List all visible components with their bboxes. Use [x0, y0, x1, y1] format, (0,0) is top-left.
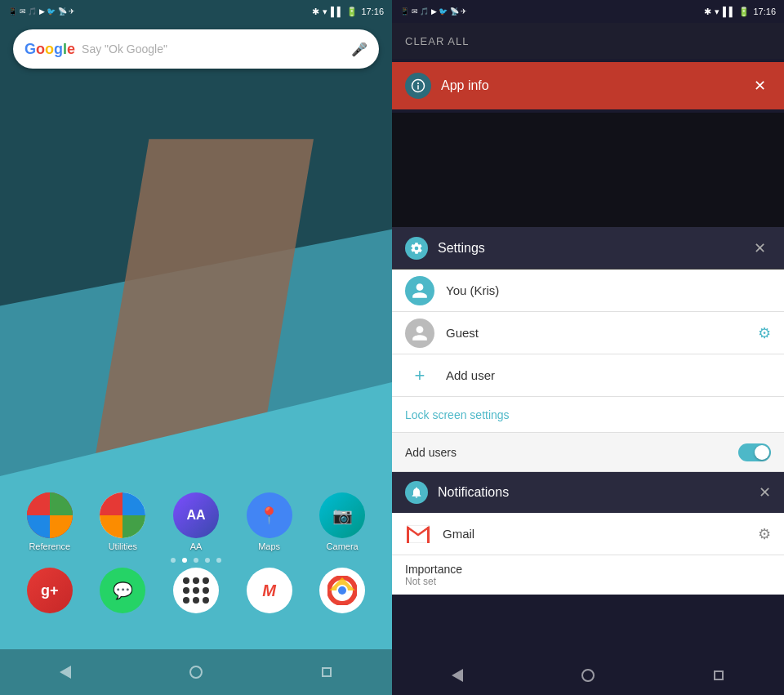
- avatar-guest: [405, 319, 434, 348]
- chrome-icon-bg: [319, 568, 365, 613]
- guest-gear-icon[interactable]: ⚙: [758, 324, 771, 342]
- user-kris-name: You (Kris): [446, 283, 771, 297]
- signal-icon-right: ▌▌: [723, 7, 736, 16]
- settings-card: Settings ✕ You (Kris) Guest ⚙ +: [392, 227, 784, 472]
- app-gmail[interactable]: M: [242, 568, 297, 613]
- status-bar-right: 📱 ✉ 🎵 ▶ 🐦 📡 ✈ ✱ ▾ ▌▌ 🔋 17:16: [392, 0, 784, 23]
- add-user-plus-icon: +: [405, 361, 434, 390]
- app-info-card[interactable]: App info ✕: [392, 62, 784, 109]
- bluetooth-icon-right: ✱: [704, 7, 711, 17]
- settings-close-button[interactable]: ✕: [748, 237, 771, 260]
- allapps-icon-bg: [173, 568, 219, 613]
- importance-row: Importance Not set: [392, 555, 784, 595]
- clear-all-label: CLEAR ALL: [405, 35, 469, 47]
- app-maps[interactable]: 📍 Maps: [242, 492, 297, 551]
- add-users-toggle[interactable]: [738, 443, 771, 461]
- app-info-app-icon: [405, 73, 431, 99]
- google-search-bar[interactable]: Google Say "Ok Google" 🎤: [13, 29, 379, 69]
- app-aa-label: AA: [190, 541, 203, 551]
- notifications-app-icon: [405, 481, 428, 504]
- app-dock: Reference Utilities AA AA 📍: [0, 484, 392, 621]
- app-camera[interactable]: 📷 Camera: [314, 492, 370, 551]
- dot-1: [171, 558, 176, 563]
- app-maps-icon: 📍: [247, 492, 292, 538]
- gmail-settings-icon[interactable]: ⚙: [758, 525, 771, 543]
- clear-all-bar[interactable]: CLEAR ALL: [392, 23, 784, 59]
- recent-button-right[interactable]: [702, 659, 735, 692]
- notifications-label: Notifications: [438, 485, 759, 500]
- app-reference-label: Reference: [29, 541, 70, 551]
- reference-icon-bg: [27, 492, 73, 538]
- app-aa[interactable]: AA AA: [168, 492, 224, 551]
- camera-icon-bg: 📷: [319, 492, 365, 538]
- gmail-icon-bg: M: [247, 568, 292, 613]
- app-gmail-icon: M: [247, 568, 292, 613]
- bottom-nav-left: [0, 649, 392, 695]
- app-whatsapp-icon: 💬: [100, 568, 145, 613]
- app-reference[interactable]: Reference: [22, 492, 78, 551]
- back-button-left[interactable]: [49, 656, 82, 688]
- app-reference-icon: [27, 492, 73, 538]
- add-user-row[interactable]: + Add user: [392, 354, 784, 397]
- svg-point-4: [417, 82, 419, 84]
- app-gplus[interactable]: g+: [22, 568, 78, 613]
- home-icon-right: [581, 669, 595, 682]
- utilities-icon-bg: [100, 492, 145, 538]
- importance-title: Importance: [405, 563, 462, 576]
- dark-space: [392, 113, 784, 227]
- microphone-icon[interactable]: 🎤: [351, 41, 368, 57]
- user-row-kris[interactable]: You (Kris): [392, 270, 784, 312]
- home-button-right[interactable]: [572, 659, 604, 692]
- right-screen: 📱 ✉ 🎵 ▶ 🐦 📡 ✈ ✱ ▾ ▌▌ 🔋 17:16 CLEAR ALL A…: [392, 0, 784, 695]
- wifi-icon: ▾: [323, 7, 327, 17]
- home-button-left[interactable]: [180, 656, 212, 688]
- signal-icon: ▌▌: [331, 7, 344, 16]
- back-icon-right: [452, 669, 463, 682]
- app-camera-icon: 📷: [319, 492, 365, 538]
- app-camera-label: Camera: [327, 541, 359, 551]
- settings-header[interactable]: Settings ✕: [392, 227, 784, 270]
- importance-value: Not set: [405, 576, 462, 587]
- app-chrome-icon: [319, 568, 365, 613]
- notifications-header[interactable]: Notifications ✕: [392, 472, 784, 513]
- left-screen: 📱 ✉ 🎵 ▶ 🐦 📡 ✈ ✱ ▾ ▌▌ 🔋 17:16 Google Say …: [0, 0, 392, 695]
- lock-screen-link: Lock screen settings: [405, 408, 510, 421]
- bottom-nav-right: [392, 656, 784, 695]
- toggle-thumb: [755, 445, 769, 460]
- user-row-guest[interactable]: Guest ⚙: [392, 312, 784, 354]
- google-logo: Google: [24, 41, 75, 58]
- app-utilities[interactable]: Utilities: [95, 492, 150, 551]
- settings-label: Settings: [438, 241, 748, 256]
- time-left: 17:16: [361, 7, 384, 16]
- app-utilities-label: Utilities: [109, 541, 137, 551]
- status-bar: 📱 ✉ 🎵 ▶ 🐦 📡 ✈ ✱ ▾ ▌▌ 🔋 17:16: [0, 0, 392, 23]
- avatar-kris: [405, 276, 434, 305]
- battery-icon-right: 🔋: [738, 7, 750, 17]
- status-bar-right: ✱ ▾ ▌▌ 🔋 17:16: [312, 7, 384, 17]
- app-aa-icon: AA: [173, 492, 219, 538]
- time-right: 17:16: [753, 7, 776, 16]
- app-info-label: App info: [441, 78, 748, 93]
- notifications-close-button[interactable]: ✕: [759, 483, 771, 501]
- app-whatsapp[interactable]: 💬: [95, 568, 150, 613]
- recent-icon-right: [714, 670, 724, 680]
- page-dots: [13, 558, 379, 563]
- gmail-notification-row[interactable]: Gmail ⚙: [392, 513, 784, 555]
- app-all-apps[interactable]: [168, 568, 224, 613]
- whatsapp-icon-bg: 💬: [100, 568, 145, 613]
- svg-rect-5: [417, 85, 419, 89]
- app-info-close-button[interactable]: ✕: [748, 74, 771, 97]
- add-users-toggle-label: Add users: [405, 446, 738, 459]
- user-guest-name: Guest: [446, 326, 758, 340]
- wifi-icon-right: ▾: [715, 7, 719, 17]
- app-chrome[interactable]: [314, 568, 370, 613]
- gmail-notification-icon: [405, 523, 431, 546]
- back-button-right[interactable]: [441, 659, 474, 692]
- bluetooth-icon: ✱: [312, 7, 319, 17]
- lock-screen-row[interactable]: Lock screen settings: [392, 397, 784, 433]
- status-icons-left: 📱 ✉ 🎵 ▶ 🐦 📡 ✈: [8, 7, 75, 16]
- recent-button-left[interactable]: [310, 656, 343, 688]
- gmail-notification-label: Gmail: [443, 527, 758, 541]
- app-allapps-icon: [173, 568, 219, 613]
- app-utilities-icon: [100, 492, 145, 538]
